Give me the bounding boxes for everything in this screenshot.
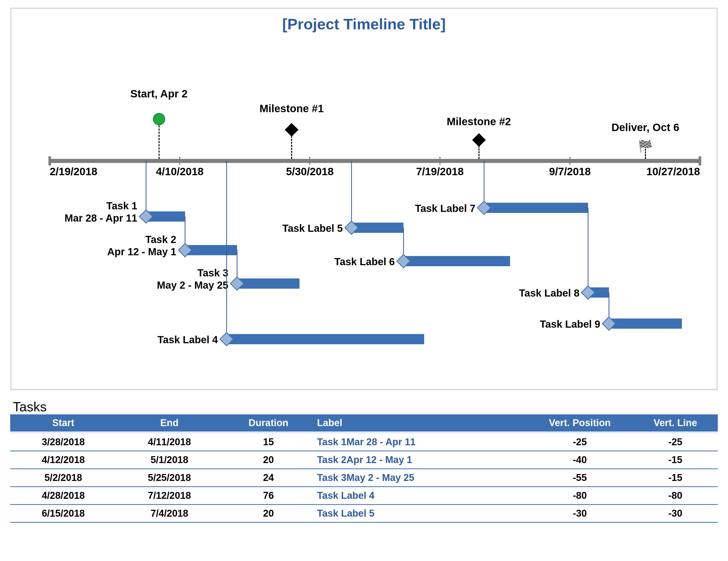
axis-tick [179,157,180,165]
milestone-label: Milestone #2 [447,115,511,128]
task-bar [352,222,404,233]
diamond-icon [472,133,486,147]
milestone-label: Deliver, Oct 6 [612,121,679,134]
cell-end: 4/11/2018 [116,434,222,451]
cell-label: Task 3May 2 - May 25 [315,469,527,487]
timeline-chart: [Project Timeline Title] 2/19/20184/10/2… [10,8,718,390]
cell-vp: -55 [527,469,633,487]
cell-dur: 76 [223,487,315,505]
cell-label: Task 1Mar 28 - Apr 11 [315,434,527,451]
col-duration: Duration [223,414,315,432]
flag-icon: 🏁 [638,140,653,152]
cell-end: 7/4/2018 [116,505,222,523]
cell-end: 5/1/2018 [116,451,222,469]
cell-label: Task Label 5 [315,505,527,523]
axis-tick-label: 5/30/2018 [286,165,334,178]
chart-plot-area: 2/19/20184/10/20185/30/20187/19/20189/7/… [50,36,700,379]
task-label: Task 3 May 2 - May 25 [157,267,228,291]
chart-title: [Project Timeline Title] [15,15,713,33]
task-bar [185,245,237,255]
milestone-label: Milestone #1 [259,102,324,115]
task-leader [351,161,352,228]
axis-tick-label: 7/19/2018 [416,165,464,178]
cell-end: 5/25/2018 [116,469,222,487]
cell-dur: 15 [223,434,315,451]
cell-vp: -25 [527,434,633,451]
table-row: 4/28/2018 7/12/2018 76 Task Label 4 -80 … [10,487,718,505]
col-end: End [116,414,222,432]
task-label: Task Label 6 [334,255,395,268]
axis-tick [439,157,440,165]
cell-vl: -30 [633,505,718,523]
axis-tick-label: 9/7/2018 [549,165,591,178]
table-row: 5/2/2018 5/25/2018 24 Task 3May 2 - May … [10,469,718,487]
axis-tick [49,157,50,165]
circle-icon [153,113,165,125]
task-label: Task 1 Mar 28 - Apr 11 [64,200,137,224]
cell-vl: -15 [633,451,718,469]
task-label: Task Label 9 [540,318,600,330]
tasks-table: Start End Duration Label Vert. Position … [10,414,718,523]
cell-start: 4/12/2018 [10,451,116,469]
cell-start: 6/15/2018 [10,505,116,523]
axis-tick-label: 2/19/2018 [50,165,97,178]
task-leader [588,208,589,293]
task-label: Task 2 Apr 12 - May 1 [107,233,176,258]
milestone-label: Start, Apr 2 [130,88,188,100]
cell-dur: 20 [223,451,315,469]
cell-dur: 24 [223,469,315,487]
cell-vp: -30 [527,505,633,523]
task-bar [609,319,682,329]
task-label: Task Label 4 [158,334,218,346]
task-label: Task Label 7 [415,202,475,214]
cell-label: Task Label 4 [315,487,527,505]
cell-vl: -15 [633,469,718,487]
axis-tick-label: 10/27/2018 [646,165,700,178]
task-leader [146,161,146,217]
col-vl: Vert. Line [633,414,718,432]
table-row: 6/15/2018 7/4/2018 20 Task Label 5 -30 -… [10,505,718,523]
task-label: Task Label 8 [519,287,579,299]
task-bar [484,203,588,213]
cell-vl: -25 [633,434,718,451]
diamond-icon [285,123,298,137]
axis-tick [569,157,570,165]
cell-end: 7/12/2018 [116,487,222,505]
tasks-table-header: Start End Duration Label Vert. Position … [10,414,718,432]
col-vp: Vert. Position [527,414,633,432]
col-label: Label [315,414,527,432]
cell-vl: -80 [633,487,718,505]
cell-start: 3/28/2018 [10,434,116,451]
table-row: 4/12/2018 5/1/2018 20 Task 2Apr 12 - May… [10,451,718,469]
cell-label: Task 2Apr 12 - May 1 [315,451,527,469]
cell-vp: -80 [527,487,633,505]
col-start: Start [10,414,116,432]
task-bar [237,278,300,289]
x-axis [50,159,700,163]
axis-tick-label: 4/10/2018 [156,165,204,178]
axis-tick [699,157,700,165]
table-row: 3/28/2018 4/11/2018 15 Task 1Mar 28 - Ap… [10,434,718,451]
task-leader [226,161,227,339]
cell-vp: -40 [527,451,633,469]
cell-dur: 20 [223,505,315,523]
task-bar [404,256,510,266]
cell-start: 5/2/2018 [10,469,116,487]
task-bar [227,334,424,344]
task-label: Task Label 5 [282,222,343,234]
axis-tick [309,157,310,165]
tasks-heading: Tasks [13,399,718,414]
cell-start: 4/28/2018 [10,487,116,505]
